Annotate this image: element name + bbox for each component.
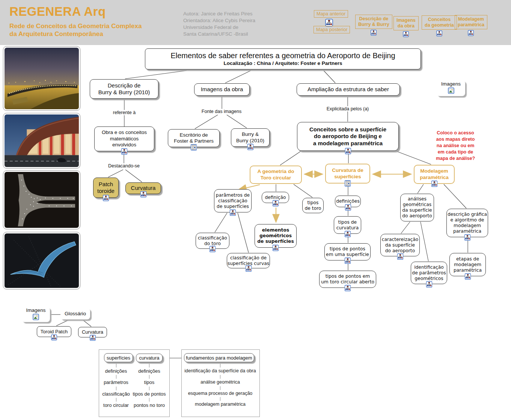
- concept-map-icon[interactable]: [325, 19, 333, 27]
- node-modelagem-parametrica[interactable]: Modelagem paramétrica: [414, 165, 455, 184]
- brand-subtitle: Rede de Conceitos da Geometria Complexa …: [9, 23, 142, 38]
- node-fundamentos-modelagem[interactable]: fundamentos para modelagem: [184, 353, 254, 362]
- node-escritorio-foster[interactable]: Escritório de Foster & Partners: [168, 129, 220, 147]
- image-icon[interactable]: [448, 87, 454, 94]
- concept-map-icon[interactable]: [273, 245, 279, 251]
- concept-map-icon[interactable]: [90, 335, 96, 341]
- node-parametros-classificacao[interactable]: parâmetros de classificação de superfíci…: [214, 189, 252, 212]
- brand-title: REGENERA Arq: [9, 5, 106, 19]
- node-toroid-patch[interactable]: Toroid Patch: [37, 326, 71, 337]
- chain-item[interactable]: identificação da superfície da obra: [184, 369, 256, 374]
- shortcut-imagens-obra-button[interactable]: Imagens da obra: [393, 16, 419, 30]
- chain-item[interactable]: definições: [105, 369, 127, 374]
- node-descricao-burry[interactable]: Descrição de Burry & Burry (2010): [90, 79, 158, 99]
- chain-item[interactable]: toro circular: [103, 403, 129, 408]
- node-obra-conceitos[interactable]: Obra e os conceitos matemáticos envolvid…: [94, 126, 154, 151]
- concept-map-icon[interactable]: [426, 281, 432, 288]
- concept-map-icon[interactable]: [403, 31, 409, 37]
- chain-item[interactable]: parâmetros: [104, 380, 128, 385]
- shortcut-descricao-burry-button[interactable]: Descrição de Burry & Burry: [355, 15, 392, 29]
- node-burry-2010[interactable]: Burry & Burry (2010): [231, 128, 270, 147]
- chain-item[interactable]: análise geométrica: [200, 380, 240, 385]
- concept-map-icon[interactable]: [103, 195, 109, 201]
- concept-map-icon[interactable]: [468, 30, 474, 36]
- concept-map-icon[interactable]: [397, 253, 403, 260]
- link-label-destacando: Destacando-se: [107, 163, 141, 169]
- concept-map-icon[interactable]: [431, 181, 437, 187]
- link-label-fonte-imagens: Fonte das imagens: [200, 109, 243, 114]
- node-conceitos-superficie[interactable]: Conceitos sobre a superfície do aeroport…: [297, 122, 399, 151]
- concept-map-icon[interactable]: [464, 234, 470, 241]
- image-icon[interactable]: [33, 314, 39, 320]
- chain-connector: [116, 375, 116, 379]
- concept-map-icon[interactable]: [371, 30, 377, 36]
- node-glossario[interactable]: Glossário: [60, 308, 90, 319]
- node-imagens-da-obra[interactable]: Imagens da obra: [194, 83, 250, 96]
- concept-map-icon[interactable]: [345, 148, 351, 154]
- document-icon[interactable]: [191, 144, 197, 151]
- node-patch-toroide[interactable]: Patch toroide: [93, 178, 119, 198]
- map-next-button[interactable]: Mapa posterior: [314, 26, 350, 33]
- document-icon[interactable]: [345, 180, 351, 187]
- link-label-referente: referente à: [112, 110, 137, 115]
- node-imagens-ref[interactable]: Imagens: [437, 80, 465, 96]
- node-tipos-pontos-superficie[interactable]: tipos de pontos em uma superfície: [324, 243, 371, 260]
- node-definicoes[interactable]: definições: [335, 196, 361, 207]
- chain-item[interactable]: pontos no toro: [134, 403, 165, 408]
- concept-map-icon[interactable]: [245, 265, 252, 272]
- chain-item[interactable]: tipos: [144, 380, 154, 385]
- shortcut-imagens-obra: Imagens da obra: [393, 16, 419, 37]
- chain-fundamentos: identificação da superfície da obra anál…: [182, 363, 258, 407]
- concept-map-icon[interactable]: [247, 144, 253, 150]
- node-imagens-glossario[interactable]: Imagens: [22, 307, 50, 322]
- node-definicao[interactable]: definição: [262, 192, 289, 203]
- header: REGENERA Arq Rede de Conceitos da Geomet…: [0, 0, 511, 45]
- concept-map-icon[interactable]: [344, 231, 351, 237]
- annotation-note: Coloco o acesso aos mapas direto na anál…: [429, 130, 482, 161]
- chain-item[interactable]: definições: [138, 369, 160, 374]
- node-geometria-toro[interactable]: A geometria do Toro circular: [250, 166, 302, 184]
- concept-map-icon[interactable]: [436, 30, 442, 36]
- node-analises-geometricas[interactable]: análises geométricas da superfície do ae…: [400, 194, 434, 221]
- concept-map-icon[interactable]: [140, 191, 146, 197]
- shortcut-modelagem-parametrica-button[interactable]: Modelagem paramétrica: [455, 15, 487, 29]
- node-classificacao-toro[interactable]: classificação do toro: [196, 233, 229, 249]
- chain-item[interactable]: classificação: [102, 391, 130, 397]
- concept-map-icon[interactable]: [464, 273, 471, 280]
- chain-item[interactable]: tipos de pontos: [133, 391, 166, 397]
- node-identificacao-parametros[interactable]: identificação de parâmetros geométricos: [411, 262, 447, 284]
- chain-connector: [220, 397, 220, 401]
- concept-map-icon[interactable]: [345, 285, 351, 291]
- node-descricao-grafica[interactable]: descrição gráfica e algoritmo de modelag…: [446, 209, 488, 237]
- credits: Autora: Janice de Freitas Pires Orientad…: [183, 11, 255, 38]
- concept-map-icon[interactable]: [344, 257, 351, 264]
- chain-item[interactable]: modelagem paramétrica: [195, 402, 246, 407]
- concept-map-icon[interactable]: [121, 148, 128, 155]
- chain-superficies: definições parâmetros classificação toro…: [97, 363, 135, 408]
- concept-map-icon[interactable]: [51, 334, 57, 340]
- chain-connector: [116, 387, 116, 390]
- node-tipos-de-toro[interactable]: tipos de toro: [302, 198, 324, 213]
- node-caracterizacao-superficie[interactable]: caractereização da superfície do aeropor…: [380, 234, 420, 256]
- map-prev-button[interactable]: Mapa anterior: [314, 10, 348, 18]
- photo-terminal-roof-dusk: [3, 113, 80, 169]
- node-tipos-curvatura[interactable]: tipos de curvatura: [334, 216, 361, 234]
- shortcut-conceitos-geometria-button[interactable]: Conceitos da geometria: [422, 15, 457, 30]
- concept-map-icon[interactable]: [230, 209, 236, 216]
- node-elementos-geometricos[interactable]: elementos geométricos de superfícies: [255, 224, 297, 248]
- node-curvatura-destaque[interactable]: Curvatura: [125, 182, 161, 194]
- node-curvatura-superficies[interactable]: Curvatura de superfícies: [325, 164, 370, 184]
- node-tipos-pontos-toro[interactable]: tipos de pontos em um toro circular aber…: [319, 271, 376, 288]
- node-curvatura-panel[interactable]: curvatura: [136, 354, 163, 362]
- concept-map-icon[interactable]: [210, 246, 216, 252]
- chain-item[interactable]: esquema processo de geração: [188, 391, 253, 396]
- node-etapas-modelagem[interactable]: etapas de modelagem paramétrica: [449, 253, 486, 276]
- node-superficies[interactable]: superfícies: [104, 353, 133, 362]
- node-classificacao-superficies[interactable]: classificação de superfícies curvas: [227, 253, 270, 268]
- node-title[interactable]: Elementos de saber referentes a geometri…: [145, 48, 421, 69]
- concept-map-icon[interactable]: [272, 200, 279, 206]
- node-glossario-curvatura[interactable]: Curvatura: [78, 327, 107, 337]
- photo-airport-night-aerial: [3, 46, 80, 111]
- concept-map-icon[interactable]: [345, 204, 351, 211]
- node-ampliacao-estrutura[interactable]: Ampliação da estrutura de saber: [297, 83, 400, 96]
